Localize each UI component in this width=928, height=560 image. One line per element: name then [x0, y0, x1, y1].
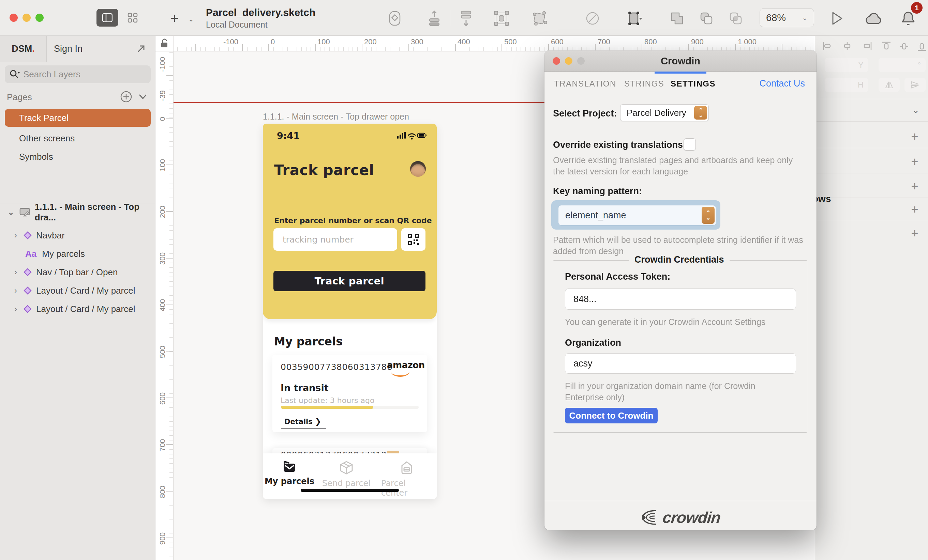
zoom-window-button[interactable]: [577, 57, 585, 65]
add-border-button[interactable]: +: [909, 181, 920, 192]
details-label: Details: [284, 418, 313, 426]
close-window-button[interactable]: [9, 14, 18, 22]
add-shadow-button[interactable]: +: [909, 204, 920, 215]
vertical-ruler: -100 -39 0 100 200 300 400 500 600 700 8…: [155, 51, 174, 560]
mask-button[interactable]: [584, 9, 601, 27]
expand-chevron-icon[interactable]: ›: [14, 231, 17, 240]
group-icon: [494, 11, 509, 26]
contact-us-link[interactable]: Contact Us: [759, 78, 805, 89]
sign-in-bar[interactable]: Sign In: [46, 35, 155, 62]
scale-icon: [626, 10, 643, 27]
track-parcel-button[interactable]: Track parcel: [273, 271, 426, 291]
token-input[interactable]: [565, 289, 796, 310]
create-symbol-button[interactable]: [386, 9, 404, 27]
tab-strings[interactable]: STRINGS: [624, 79, 664, 88]
insert-button[interactable]: +: [171, 10, 179, 27]
scan-qr-button[interactable]: [401, 228, 426, 251]
flip-vertical-button[interactable]: [905, 78, 926, 92]
details-link[interactable]: Details ❯: [281, 417, 326, 429]
flip-horizontal-button[interactable]: [879, 78, 900, 92]
tab-send-parcel[interactable]: Send parcel: [321, 461, 372, 488]
boolean-intersect-button[interactable]: [727, 9, 745, 27]
avatar[interactable]: [410, 161, 426, 177]
layer-row-nav-top-bar[interactable]: › Nav / Top bar / Open: [0, 263, 155, 282]
zoom-window-button[interactable]: [35, 14, 44, 22]
symbol-diamond-icon: [23, 267, 33, 277]
ruler-label: 0: [271, 38, 275, 46]
dsm-plugin-tab[interactable]: DSM.: [0, 35, 47, 62]
parcel-card[interactable]: 00359007738060313786 amazon In transit L…: [272, 355, 427, 432]
tab-translation[interactable]: TRANSLATION: [554, 79, 617, 88]
layer-row-my-parcels[interactable]: Aa My parcels: [0, 245, 155, 263]
search-layers-input[interactable]: [23, 69, 133, 80]
select-project-dropdown[interactable]: Parcel Delivery ⌃⌄: [620, 104, 709, 121]
collapse-chevron-icon[interactable]: ⌄: [8, 207, 14, 217]
layer-row-card-2[interactable]: › Layout / Card / My parcel: [0, 300, 155, 318]
horizontal-ruler: -100 0 100 200 300 400 500 600 700 800 9…: [155, 35, 928, 52]
layers-root-row[interactable]: ⌄ 1.1.1. - Main screen - Top dra...: [0, 203, 155, 221]
align-right-icon[interactable]: [862, 41, 872, 50]
add-style-button[interactable]: +: [909, 131, 920, 142]
add-inner-shadow-button[interactable]: +: [909, 228, 920, 239]
flip-horizontal-icon: [885, 81, 894, 88]
align-top-icon[interactable]: [882, 41, 891, 51]
boolean-subtract-button[interactable]: [698, 9, 715, 27]
add-fill-button[interactable]: +: [909, 157, 920, 167]
zoom-control[interactable]: 68% ⌄: [760, 8, 814, 27]
toggle-sidebar-button[interactable]: [96, 9, 118, 27]
override-checkbox[interactable]: [684, 138, 696, 151]
group-button[interactable]: [493, 9, 510, 27]
parcel-center-icon: [400, 461, 413, 475]
external-link-icon[interactable]: [137, 44, 146, 53]
align-middle-v-icon[interactable]: [900, 41, 908, 51]
pages-collapse-chevron-icon[interactable]: [138, 93, 148, 100]
layer-label: Navbar: [36, 230, 65, 241]
height-field[interactable]: H: [825, 78, 868, 92]
unlock-icon[interactable]: [160, 38, 168, 48]
tab-parcel-center[interactable]: Parcel center: [381, 461, 432, 498]
minimize-window-button[interactable]: [565, 57, 572, 65]
credentials-fieldset: Crowdin Credentials Personal Access Toke…: [553, 260, 807, 432]
preview-button[interactable]: [829, 9, 846, 27]
tracking-number-input[interactable]: tracking number: [273, 228, 397, 251]
bring-forward-button[interactable]: [426, 9, 443, 27]
page-item-track-parcel[interactable]: Track Parcel: [5, 109, 151, 127]
expand-chevron-icon[interactable]: ›: [14, 286, 17, 295]
amazon-smile-icon: [391, 371, 409, 377]
y-position-field[interactable]: Y: [825, 58, 868, 72]
expand-chevron-icon[interactable]: ›: [14, 304, 17, 314]
search-layers-box[interactable]: [5, 65, 151, 83]
connect-to-crowdin-button[interactable]: Connect to Crowdin: [565, 408, 658, 423]
minimize-window-button[interactable]: [23, 14, 31, 22]
ruler-label: 400: [458, 38, 470, 46]
tab-settings[interactable]: SETTINGS: [671, 79, 716, 88]
scale-button[interactable]: [626, 9, 644, 27]
view-grid-button[interactable]: [122, 9, 143, 27]
artboard-title[interactable]: 1.1.1. - Main screen - Top drawer open: [263, 112, 409, 122]
mail-icon: [282, 461, 297, 472]
cloud-sync-button[interactable]: [864, 9, 882, 27]
align-left-icon[interactable]: [823, 41, 832, 50]
align-bottom-icon[interactable]: [917, 41, 926, 51]
page-item-other-screens[interactable]: Other screens: [5, 129, 151, 147]
page-item-symbols[interactable]: Symbols: [5, 148, 151, 166]
organization-input[interactable]: [565, 353, 796, 374]
rotation-field[interactable]: °: [879, 58, 926, 72]
section-collapse-chevron-icon[interactable]: ⌄: [912, 105, 919, 116]
align-center-h-icon[interactable]: [843, 41, 852, 50]
artboard-phone-mockup[interactable]: 9:41 Track parcel Enter parcel number or…: [263, 124, 437, 499]
dsm-label: DSM: [12, 44, 32, 54]
layer-row-card-1[interactable]: › Layout / Card / My parcel: [0, 282, 155, 300]
layer-row-navbar[interactable]: › Navbar: [0, 226, 155, 245]
send-backward-button[interactable]: [457, 9, 475, 27]
tab-my-parcels[interactable]: My parcels: [264, 461, 315, 486]
expand-chevron-icon[interactable]: ›: [14, 268, 17, 277]
close-window-button[interactable]: [553, 57, 560, 65]
key-pattern-dropdown[interactable]: element_name ⌃⌄: [558, 205, 716, 225]
symbol-diamond-icon: [23, 304, 33, 314]
boolean-union-button[interactable]: [668, 9, 686, 27]
ungroup-button[interactable]: [531, 9, 548, 27]
crowdin-titlebar[interactable]: Crowdin: [545, 50, 817, 72]
insert-chevron-icon[interactable]: ⌄: [188, 15, 194, 23]
add-page-button[interactable]: [120, 91, 132, 103]
